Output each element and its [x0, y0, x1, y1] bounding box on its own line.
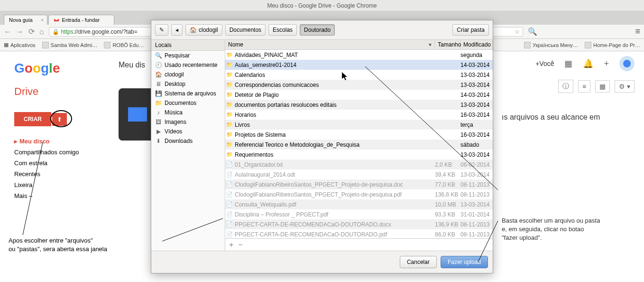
edit-path-button[interactable]: ✎ [155, 24, 168, 36]
bookmark-homepage[interactable]: Home-Page do Pr… [585, 42, 640, 48]
star-icon[interactable]: ☆ [515, 28, 520, 35]
places-list: 🔍Pesquisar🕘Usado recentemente🏠clodogil🖥D… [151, 51, 225, 146]
bookmark-samba[interactable]: Samba Web Admi… [42, 42, 98, 48]
annotation-left: Apos escolher entre "arquivos" ou "pasta… [9, 236, 107, 254]
close-icon[interactable]: × [41, 17, 44, 23]
place-item[interactable]: 🏠clodogil [151, 70, 225, 79]
zoom-icon[interactable]: 🔍 [528, 27, 537, 36]
nav-recentes[interactable]: Recentes [14, 169, 114, 179]
voce-link[interactable]: +Você [535, 60, 554, 67]
cancel-button[interactable]: Cancelar [400, 256, 437, 268]
folder-row[interactable]: 📁Horarios16-03-2014 [225, 110, 493, 120]
tab-nova-guia[interactable]: Nova guia × [4, 15, 47, 25]
place-item[interactable]: 💾Sistema de arquivos [151, 89, 225, 98]
folder-row[interactable]: 📁Livrosterça [225, 120, 493, 130]
bookmark-ukr[interactable]: Українська Мину… [524, 42, 578, 48]
criar-button[interactable]: CRIAR [14, 112, 51, 126]
apps-icon: ▦ [4, 42, 9, 48]
back-icon[interactable]: ← [4, 28, 11, 36]
annotation-line: "fazer upload". [502, 234, 635, 242]
place-item[interactable]: ▶Vídeos [151, 127, 225, 136]
file-modified: 14-03-2014 [460, 92, 493, 98]
breadcrumb-escolas[interactable]: Escolas [268, 24, 297, 36]
folder-icon: 📁 [225, 102, 234, 108]
list-view-icon[interactable]: ≡ [578, 80, 590, 93]
info-icon[interactable]: ⓘ [558, 80, 573, 93]
apps-button[interactable]: ▦Aplicativos [4, 42, 36, 48]
folder-row[interactable]: 📁Requerimentos13-03-2014 [225, 150, 493, 160]
remove-icon[interactable]: − [238, 241, 242, 249]
breadcrumb-documentos[interactable]: Documentos [225, 24, 266, 36]
back-button[interactable]: ◂ [171, 24, 183, 36]
col-mod[interactable]: Modificado [460, 40, 493, 49]
add-icon[interactable]: + [229, 241, 233, 249]
folder-row[interactable]: 📁Correspondencias comunicacoes13-03-2014 [225, 80, 493, 90]
file-name: Atividades_PINAIC_MAT [234, 52, 435, 58]
breadcrumb-doutorado[interactable]: Doutorado [300, 24, 335, 36]
page-icon [524, 42, 531, 48]
place-item[interactable]: 🔍Pesquisar [151, 51, 225, 60]
avatar[interactable] [619, 56, 635, 71]
file-row[interactable]: 📄ClodogilFabianoRibeiroSantos_PPGECT_Pro… [225, 189, 493, 199]
nav-compartilhados[interactable]: Compartilhados comigo [14, 147, 114, 158]
folder-row[interactable]: 📁Calendarios13-03-2014 [225, 70, 493, 80]
file-row[interactable]: 📄PPGECT-CARTA-DE-RECOMENDACaO-DOUTORADO.… [225, 219, 493, 229]
dialog-body: Locais 🔍Pesquisar🕘Usado recentemente🏠clo… [151, 40, 493, 251]
plus-icon[interactable]: + [604, 59, 609, 69]
file-row[interactable]: 📄AulaInaugural_2014.odt39,4 KB13-03-2014 [225, 169, 493, 179]
file-size: 136,9 KB [435, 221, 460, 228]
file-row[interactable]: 📄PPGECT-CARTA-DE-RECOMENDACaO-DOUTORADO.… [225, 229, 493, 238]
folder-row[interactable]: 📁Projetos de Sistema16-03-2014 [225, 130, 493, 140]
place-label: Desktop [165, 81, 185, 87]
apps-grid-icon[interactable]: ▦ [564, 58, 572, 69]
col-name[interactable]: Nome [225, 40, 435, 49]
drive-nav: Meu disco Compartilhados comigo Com estr… [14, 136, 114, 201]
window-title: Meu disco - Google Drive - Google Chrome [0, 0, 644, 11]
nav-estrela[interactable]: Com estrela [14, 158, 114, 169]
bookmark-label: ROBÔ Edu… [112, 42, 144, 48]
folder-row[interactable]: 📁Referencial Teorico e Metodologias_de_P… [225, 140, 493, 150]
criar-pasta-button[interactable]: Criar pasta [452, 24, 489, 36]
file-icon: 📄 [225, 171, 234, 178]
menu-icon[interactable]: ≡ [635, 27, 640, 37]
place-item[interactable]: 🖼Imagens [151, 117, 225, 127]
home-icon[interactable]: ⌂ [39, 28, 44, 36]
folder-row[interactable]: 📁Atividades_PINAIC_MATsegunda [225, 50, 493, 60]
gear-icon[interactable]: ⚙ ▾ [615, 80, 635, 93]
bell-icon[interactable]: 🔔 [583, 58, 593, 69]
file-name: documentos portarias resolucoes editais [234, 102, 435, 108]
reload-icon[interactable]: ⟳ [28, 27, 35, 36]
place-item[interactable]: ⬇Downloads [151, 136, 225, 146]
file-row[interactable]: 📄01_Organizador.txt2,0 KB06-02-2014 [225, 160, 493, 169]
forward-icon[interactable]: → [16, 28, 24, 36]
place-item[interactable]: ♪Música [151, 108, 225, 117]
annotation-line: e, em seguida, clicar no botao [502, 225, 635, 234]
nav-mais[interactable]: Mais – [14, 190, 114, 201]
bookmark-label: Home-Page do Pr… [593, 42, 640, 48]
breadcrumb-clodogil[interactable]: 🏠clodogil [185, 24, 222, 36]
file-row[interactable]: 📄Disciplina – Professor _ PPGECT.pdf93,3… [225, 209, 493, 219]
upload-button[interactable]: ⬆ [52, 113, 67, 126]
col-size[interactable]: Tamanho [435, 40, 460, 49]
grid-view-icon[interactable]: ▦ [595, 80, 610, 93]
nav-lixeira[interactable]: Lixeira [14, 179, 114, 190]
place-item[interactable]: 📁Documentos [151, 98, 225, 108]
place-icon: 🔍 [155, 52, 162, 59]
file-modified: 31-01-2014 [460, 211, 493, 218]
folder-row[interactable]: 📁documentos portarias resolucoes editais… [225, 100, 493, 110]
file-row[interactable]: 📄ClodogilFabianoRibeiroSantos_PPGECT_Pro… [225, 179, 493, 189]
place-item[interactable]: 🕘Usado recentemente [151, 60, 225, 70]
tab-gmail[interactable]: Entrada - fundar [48, 15, 115, 25]
file-modified: terça [460, 122, 493, 128]
file-row[interactable]: 📄Consulta_Webqualis.pdf10,0 MB13-03-2014 [225, 199, 493, 209]
file-icon: 📄 [225, 161, 234, 168]
folder-row[interactable]: 📁Detetor de Plagio14-03-2014 [225, 90, 493, 100]
file-name: Horarios [234, 112, 435, 118]
file-modified: 13-03-2014 [460, 72, 493, 78]
nav-meu-disco[interactable]: Meu disco [14, 136, 114, 147]
place-item[interactable]: 🖥Desktop [151, 79, 225, 89]
breadcrumb-label: clodogil [199, 27, 218, 33]
bookmark-robo[interactable]: ROBÔ Edu… [104, 42, 144, 48]
fazer-upload-button[interactable]: Fazer upload [441, 256, 488, 268]
folder-row[interactable]: 📁Aulas_semestre01-201414-03-2014 [225, 60, 493, 70]
